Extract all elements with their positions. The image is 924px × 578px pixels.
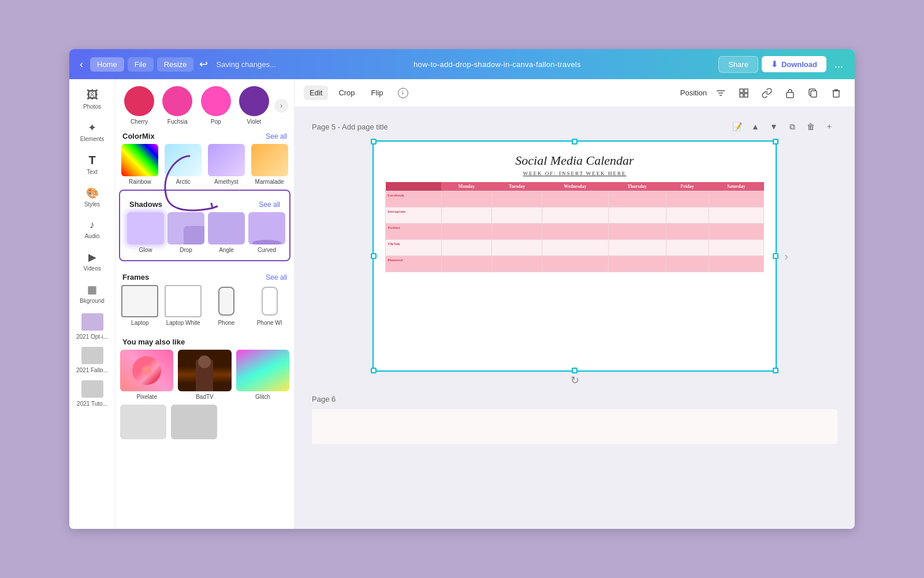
page5-container: Page 5 - Add page title 📝 ▲ ▼ ⧉ 🗑 ＋: [295, 107, 855, 383]
swatches-next-button[interactable]: ›: [274, 99, 288, 113]
undo-button[interactable]: ↩: [197, 58, 210, 71]
shadows-title: Shadows: [129, 200, 162, 209]
you-may-also-like-grid: Pixelate BadTV Glitch: [116, 350, 294, 405]
swatch-violet[interactable]: Violet: [236, 86, 272, 125]
canvas-toolbar: Edit Crop Flip i Position: [295, 79, 855, 107]
shadow-drop[interactable]: Drop: [167, 212, 204, 253]
sidebar-item-audio[interactable]: ♪ Audio: [73, 214, 112, 244]
colormix-amethyst[interactable]: Amethyst: [207, 144, 247, 185]
sidebar-item-thumb2[interactable]: 2021 Fallo...: [73, 344, 112, 376]
sidebar-item-elements[interactable]: ✦ Elements: [73, 117, 112, 147]
swatch-cherry[interactable]: Cherry: [121, 86, 157, 125]
frame-laptop[interactable]: Laptop: [120, 285, 160, 326]
cherry-swatch[interactable]: [124, 86, 154, 116]
sidebar-item-text[interactable]: T Text: [73, 149, 112, 180]
elements-label: Elements: [80, 136, 105, 142]
shadow-angle[interactable]: Angle: [208, 212, 245, 253]
corner-handle-br[interactable]: [773, 368, 778, 373]
colormix-rainbow[interactable]: Rainbow: [120, 144, 160, 185]
page6-area: Page 6: [295, 383, 855, 450]
frames-see-all[interactable]: See all: [266, 273, 287, 281]
info-button[interactable]: i: [394, 84, 412, 102]
sidebar-item-styles[interactable]: 🎨 Styles: [73, 182, 112, 212]
frame-phone[interactable]: Phone: [207, 285, 247, 326]
videos-icon: ▶: [88, 251, 96, 264]
flip-button[interactable]: Flip: [366, 86, 389, 100]
shadow-curved[interactable]: Curved: [248, 212, 285, 253]
delete-icon: [831, 88, 841, 98]
audio-label: Audio: [85, 233, 100, 239]
topbar: ‹ Home File Resize ↩ Saving changes... h…: [69, 49, 855, 79]
corner-handle-tl[interactable]: [371, 139, 377, 144]
pop-swatch[interactable]: [201, 86, 231, 116]
grid-icon-button[interactable]: [735, 84, 753, 102]
sidebar-item-photos[interactable]: 🖼 Photos: [73, 84, 112, 114]
effect-glitch[interactable]: Glitch: [236, 350, 289, 400]
rainbow-thumb: [121, 144, 158, 176]
delete-page-button[interactable]: 🗑: [803, 118, 819, 135]
canvas-expand-button[interactable]: ›: [784, 250, 788, 263]
col-header-3: Wednesday: [542, 182, 609, 191]
move-down-button[interactable]: ▼: [766, 118, 782, 135]
add-page-button[interactable]: ＋: [821, 118, 837, 135]
col-header-5: Friday: [666, 182, 709, 191]
shadow-glow[interactable]: Glow: [127, 212, 164, 253]
copy-icon: [808, 88, 818, 98]
col-header-0: [386, 182, 442, 191]
additional-thumb-2[interactable]: [171, 405, 217, 439]
design-canvas[interactable]: Social Media Calendar WEEK OF: INSERT WE…: [372, 140, 777, 372]
download-button[interactable]: ⬇ Download: [762, 56, 826, 72]
crop-button[interactable]: Crop: [333, 86, 360, 100]
effect-pixelate[interactable]: Pixelate: [120, 350, 173, 400]
additional-thumb-1[interactable]: [120, 405, 166, 439]
corner-handle-bm[interactable]: [572, 368, 578, 373]
lock-icon-button[interactable]: [781, 84, 799, 102]
badtv-thumb: [178, 350, 231, 391]
rotate-handle[interactable]: ↻: [571, 374, 579, 387]
add-notes-button[interactable]: 📝: [729, 118, 745, 135]
effect-badtv[interactable]: BadTV: [178, 350, 231, 400]
frame-laptop-white[interactable]: Laptop White: [163, 285, 203, 326]
back-button[interactable]: ‹: [76, 56, 87, 73]
frames-title: Frames: [122, 273, 149, 281]
delete-icon-button[interactable]: [827, 84, 845, 102]
drop-label: Drop: [180, 247, 192, 253]
sidebar-item-bkground[interactable]: ▦ Bkground: [73, 279, 112, 309]
swatch-fuchsia[interactable]: Fuchsia: [159, 86, 195, 125]
shadows-section-header: Shadows See all: [122, 193, 287, 212]
badtv-label: BadTV: [196, 394, 214, 400]
corner-handle-bl[interactable]: [371, 368, 377, 373]
table-row: Instagram: [386, 208, 764, 224]
filter-icon-button[interactable]: [711, 84, 730, 102]
corner-handle-ml[interactable]: [371, 253, 377, 259]
shadows-see-all[interactable]: See all: [259, 201, 280, 209]
corner-handle-tm[interactable]: [572, 139, 578, 144]
sidebar-item-thumb3[interactable]: 2021 Tuto...: [73, 378, 112, 409]
info-icon: i: [398, 88, 408, 98]
duplicate-page-button[interactable]: ⧉: [784, 118, 800, 135]
colormix-marmalade[interactable]: Marmalade: [249, 144, 289, 185]
more-options-button[interactable]: ...: [830, 56, 848, 73]
corner-handle-mr[interactable]: [773, 253, 778, 259]
link-icon: [762, 88, 772, 98]
violet-swatch[interactable]: [239, 86, 269, 116]
page6-canvas[interactable]: [312, 409, 837, 444]
home-button[interactable]: Home: [90, 57, 124, 72]
file-button[interactable]: File: [128, 57, 154, 72]
frame-phone-wi[interactable]: Phone WI: [249, 285, 289, 326]
move-up-button[interactable]: ▲: [747, 118, 763, 135]
edit-button[interactable]: Edit: [304, 86, 328, 100]
corner-handle-tr[interactable]: [773, 139, 778, 144]
colormix-arctic[interactable]: Arctic: [163, 144, 203, 185]
sidebar-item-thumb1[interactable]: 2021 Opt-i...: [73, 311, 112, 342]
fuchsia-swatch[interactable]: [162, 86, 192, 116]
colormix-see-all[interactable]: See all: [266, 132, 287, 140]
share-button[interactable]: Share: [718, 56, 758, 73]
text-icon: T: [88, 154, 95, 167]
swatch-pop[interactable]: Pop: [198, 86, 234, 125]
copy-icon-button[interactable]: [804, 84, 822, 102]
resize-button[interactable]: Resize: [157, 57, 194, 72]
link-icon-button[interactable]: [758, 84, 776, 102]
angle-label: Angle: [219, 247, 234, 253]
sidebar-item-videos[interactable]: ▶ Videos: [73, 246, 112, 276]
